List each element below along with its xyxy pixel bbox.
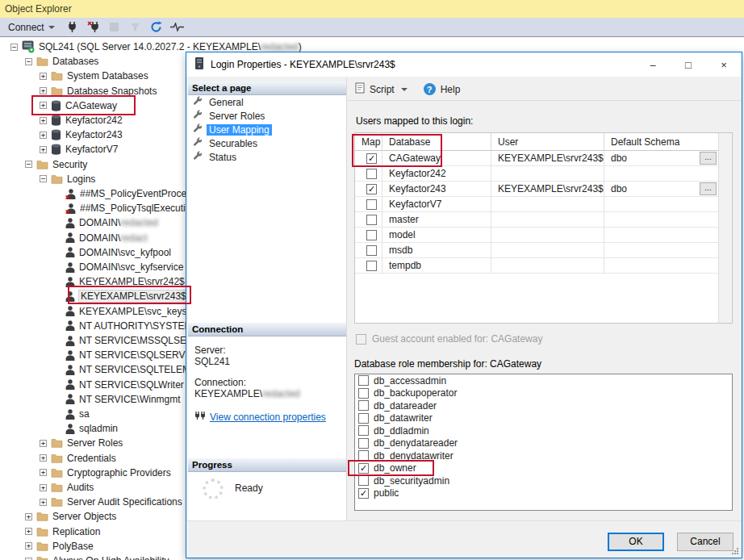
role-item-db_datawriter[interactable]: db_datawriter — [355, 412, 732, 425]
tree-item-ms-policytsqlexecuti[interactable]: ##MS_PolicyTsqlExecuti — [54, 201, 186, 215]
tree-expander[interactable]: + — [40, 73, 47, 80]
tree-item-nt-service-sqlserver[interactable]: NT SERVICE\SQLSERVER — [54, 348, 199, 362]
tree-item-always-on-high-availability[interactable]: +Always On High Availability — [25, 554, 169, 560]
tree-item-polybase[interactable]: +PolyBase — [25, 539, 94, 554]
tree-item-keyfactor243[interactable]: +Keyfactor243 — [40, 127, 123, 142]
tree-expander[interactable]: + — [25, 513, 32, 520]
role-checkbox-db_securityadmin[interactable] — [358, 475, 369, 486]
tree-item-databases[interactable]: −Databases — [25, 54, 98, 69]
role-checkbox-db_backupoperator[interactable] — [358, 388, 369, 399]
page-item-server-roles[interactable]: Server Roles — [188, 109, 346, 123]
view-connection-properties-link[interactable]: View connection properties — [210, 412, 326, 423]
tree-item-server-objects[interactable]: +Server Objects — [25, 509, 116, 524]
map-checkbox-keyfactor242[interactable] — [366, 169, 377, 179]
tree-expander[interactable]: + — [40, 454, 47, 462]
resize-grip[interactable] — [731, 547, 739, 555]
browse-schema-button[interactable]: ... — [700, 182, 717, 195]
tree-expander[interactable]: + — [25, 558, 32, 560]
tree-item-keyexample-srvr242[interactable]: KEYEXAMPLE\srvr242$ — [54, 274, 185, 289]
map-checkbox-cagateway[interactable] — [366, 153, 377, 164]
mapping-row-keyfactorv7[interactable]: KeyfactorV7 — [355, 197, 719, 212]
role-item-db_ddladmin[interactable]: db_ddladmin — [355, 424, 732, 437]
role-checkbox-db_ddladmin[interactable] — [358, 425, 369, 436]
tree-expander[interactable]: − — [25, 58, 32, 65]
tree-expander[interactable]: − — [25, 161, 32, 168]
script-dropdown-icon[interactable] — [401, 88, 408, 91]
tree-item-keyexample-svc-keyse[interactable]: KEYEXAMPLE\svc_keyse — [54, 304, 192, 319]
role-checkbox-db_owner[interactable] — [358, 463, 369, 474]
role-item-public[interactable]: public — [355, 487, 732, 500]
ok-button[interactable]: OK — [608, 533, 664, 551]
grid-scrollbar[interactable] — [718, 133, 732, 323]
role-checkbox-db_datawriter[interactable] — [358, 413, 369, 424]
tree-item-domain-svc-kyfpool[interactable]: DOMAIN\svc_kyfpool — [54, 245, 171, 260]
role-checkbox-db_accessadmin[interactable] — [358, 375, 369, 386]
tree-item-domain-svc-kyfservice[interactable]: DOMAIN\svc_kyfservice — [54, 260, 183, 274]
tree-item-security[interactable]: −Security — [25, 157, 87, 172]
tree-expander[interactable]: + — [40, 440, 47, 447]
role-checkbox-db_denydatareader[interactable] — [358, 438, 369, 449]
tree-expander[interactable]: + — [40, 102, 47, 109]
tree-expander[interactable]: + — [40, 132, 47, 139]
tree-item-cryptographic-providers[interactable]: +Cryptographic Providers — [40, 466, 171, 480]
map-checkbox-msdb[interactable] — [366, 245, 377, 256]
page-item-status[interactable]: Status — [188, 150, 346, 164]
tree-item-credentials[interactable]: +Credentials — [40, 451, 116, 466]
role-checkbox-db_denydatawriter[interactable] — [358, 450, 369, 461]
role-item-db_datareader[interactable]: db_datareader — [355, 399, 732, 412]
tree-item-ms-policyeventproce[interactable]: ##MS_PolicyEventProce — [54, 186, 186, 201]
map-checkbox-tempdb[interactable] — [366, 261, 377, 271]
tree-item-keyfactorv7[interactable]: +KeyfactorV7 — [40, 142, 118, 157]
disconnect-plug-icon[interactable] — [86, 19, 102, 36]
activity-monitor-icon[interactable] — [169, 19, 186, 36]
role-checkbox-public[interactable] — [358, 488, 369, 499]
close-button[interactable]: × — [706, 52, 742, 77]
tree-item-nt-service-winmgmt[interactable]: NT SERVICE\Winmgmt — [54, 392, 181, 407]
tree-item-sqladmin[interactable]: sqladmin — [54, 421, 118, 436]
tree-expander[interactable]: + — [40, 469, 47, 476]
page-item-user-mapping[interactable]: User Mapping — [188, 123, 346, 136]
script-button[interactable]: Script — [370, 84, 395, 95]
tree-item-domain[interactable]: DOMAIN\redact — [54, 231, 148, 245]
mapping-row-model[interactable]: model — [355, 228, 719, 243]
tree-item-keyfactor242[interactable]: +Keyfactor242 — [40, 113, 123, 127]
map-checkbox-master[interactable] — [366, 215, 377, 225]
tree-item-nt-service-sqlwriter[interactable]: NT SERVICE\SQLWriter — [54, 378, 184, 392]
tree-item-server-audit-specifications[interactable]: +Server Audit Specifications — [40, 495, 182, 509]
tree-item-keyexample-srvr243[interactable]: KEYEXAMPLE\srvr243$ — [54, 289, 188, 303]
dialog-titlebar[interactable]: Login Properties - KEYEXAMPLE\srvr243$ –… — [186, 52, 742, 77]
tree-item-replication[interactable]: +Replication — [25, 524, 100, 539]
minimize-button[interactable]: – — [635, 52, 671, 77]
tree-expander[interactable]: + — [25, 528, 32, 535]
maximize-button[interactable]: □ — [671, 52, 706, 77]
tree-expander[interactable]: + — [40, 146, 47, 153]
tree-item-database-snapshots[interactable]: +Database Snapshots — [40, 84, 157, 98]
mapping-row-msdb[interactable]: msdb — [355, 243, 719, 258]
mapping-row-keyfactor242[interactable]: Keyfactor242 — [355, 166, 719, 182]
connect-button[interactable]: Connect — [3, 20, 60, 35]
connect-plug-icon[interactable] — [65, 19, 81, 36]
tree-expander[interactable]: + — [40, 499, 47, 506]
map-checkbox-keyfactor243[interactable] — [366, 184, 377, 194]
tree-expander[interactable]: + — [25, 542, 32, 550]
mapping-row-cagateway[interactable]: CAGateway KEYEXAMPLE\srvr243$ dbo... — [355, 151, 719, 166]
page-item-general[interactable]: General — [188, 95, 346, 109]
role-item-db_backupoperator[interactable]: db_backupoperator — [355, 387, 732, 400]
tree-expander[interactable]: − — [40, 175, 47, 182]
role-item-db_accessadmin[interactable]: db_accessadmin — [355, 374, 732, 387]
mapping-row-tempdb[interactable]: tempdb — [355, 258, 719, 274]
tree-item-logins[interactable]: −Logins — [40, 172, 95, 186]
cancel-button[interactable]: Cancel — [677, 533, 734, 551]
tree-item-nt-service-mssqlserv[interactable]: NT SERVICE\MSSQLSERV — [54, 333, 199, 348]
tree-item-nt-authority-system[interactable]: NT AUTHORITY\SYSTEM — [54, 319, 192, 333]
tree-item-audits[interactable]: +Audits — [40, 480, 94, 495]
tree-expander[interactable]: + — [40, 117, 47, 124]
role-item-db_owner[interactable]: db_owner — [355, 462, 732, 475]
tree-item-nt-service-sqlteleme[interactable]: NT SERVICE\SQLTELEME — [54, 362, 197, 377]
tree-expander[interactable]: − — [10, 44, 18, 51]
tree-expander[interactable]: + — [40, 484, 47, 491]
help-button[interactable]: Help — [441, 84, 461, 95]
role-item-db_denydatareader[interactable]: db_denydatareader — [355, 437, 732, 450]
page-item-securables[interactable]: Securables — [188, 136, 346, 150]
tree-item-domain[interactable]: DOMAIN\redacted — [54, 215, 158, 230]
